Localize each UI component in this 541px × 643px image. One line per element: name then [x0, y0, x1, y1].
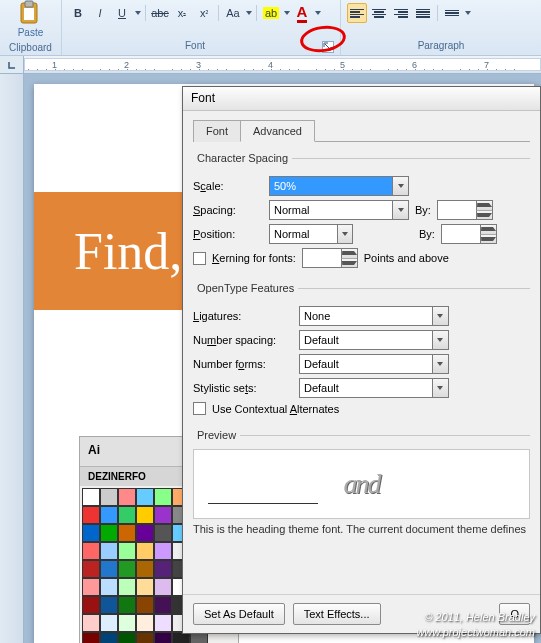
- color-swatch[interactable]: [136, 560, 154, 578]
- color-swatch[interactable]: [82, 614, 100, 632]
- spacing-input[interactable]: [270, 201, 392, 219]
- ligatures-dropdown-icon[interactable]: [432, 307, 448, 325]
- numforms-dropdown-icon[interactable]: [432, 355, 448, 373]
- tab-advanced[interactable]: Advanced: [240, 120, 315, 142]
- align-center-button[interactable]: [369, 3, 389, 23]
- color-swatch[interactable]: [136, 488, 154, 506]
- highlight-dropdown-icon[interactable]: [284, 11, 290, 15]
- spin-up-icon[interactable]: [341, 249, 357, 258]
- align-right-button[interactable]: [391, 3, 411, 23]
- color-swatch[interactable]: [136, 632, 154, 643]
- kerning-spinner[interactable]: [302, 248, 358, 268]
- color-swatch[interactable]: [82, 506, 100, 524]
- color-swatch[interactable]: [118, 542, 136, 560]
- color-swatch[interactable]: [82, 488, 100, 506]
- kerning-input[interactable]: [303, 249, 341, 267]
- numspacing-combo[interactable]: [299, 330, 449, 350]
- color-swatch[interactable]: [136, 524, 154, 542]
- line-spacing-button[interactable]: [442, 3, 462, 23]
- color-swatch[interactable]: [136, 578, 154, 596]
- underline-dropdown-icon[interactable]: [135, 11, 141, 15]
- color-swatch[interactable]: [100, 488, 118, 506]
- color-swatch[interactable]: [100, 614, 118, 632]
- set-default-button[interactable]: Set As Default: [193, 603, 285, 625]
- spin-up-icon[interactable]: [480, 225, 496, 234]
- underline-button[interactable]: U: [112, 3, 132, 23]
- numspacing-input[interactable]: [300, 331, 432, 349]
- stylistic-input[interactable]: [300, 379, 432, 397]
- font-color-button[interactable]: A: [292, 3, 312, 23]
- numforms-combo[interactable]: [299, 354, 449, 374]
- color-swatch[interactable]: [100, 560, 118, 578]
- color-swatch[interactable]: [154, 632, 172, 643]
- color-swatch[interactable]: [136, 506, 154, 524]
- paste-icon[interactable]: [15, 0, 47, 27]
- spin-down-icon[interactable]: [476, 210, 492, 220]
- color-swatch[interactable]: [82, 524, 100, 542]
- color-swatch[interactable]: [100, 632, 118, 643]
- dialog-title[interactable]: Font: [183, 87, 540, 111]
- color-swatch[interactable]: [154, 578, 172, 596]
- position-dropdown-icon[interactable]: [337, 225, 352, 243]
- spacing-by-input[interactable]: [438, 201, 476, 219]
- color-swatch[interactable]: [136, 542, 154, 560]
- color-swatch[interactable]: [82, 578, 100, 596]
- italic-button[interactable]: I: [90, 3, 110, 23]
- text-effects-button[interactable]: Text Effects...: [293, 603, 381, 625]
- ligatures-input[interactable]: [300, 307, 432, 325]
- color-swatch[interactable]: [154, 524, 172, 542]
- justify-button[interactable]: [413, 3, 433, 23]
- color-swatch[interactable]: [154, 488, 172, 506]
- font-dialog-launcher[interactable]: [322, 41, 334, 53]
- color-swatch[interactable]: [118, 578, 136, 596]
- line-spacing-dropdown-icon[interactable]: [465, 11, 471, 15]
- strikethrough-button[interactable]: abc: [150, 3, 170, 23]
- align-left-button[interactable]: [347, 3, 367, 23]
- kerning-checkbox[interactable]: [193, 252, 206, 265]
- color-swatch[interactable]: [118, 560, 136, 578]
- tab-font[interactable]: Font: [193, 120, 241, 142]
- color-swatch[interactable]: [118, 614, 136, 632]
- color-swatch[interactable]: [82, 596, 100, 614]
- color-swatch[interactable]: [154, 614, 172, 632]
- color-swatch[interactable]: [154, 506, 172, 524]
- ok-button[interactable]: O: [499, 603, 530, 625]
- spacing-by-spinner[interactable]: [437, 200, 493, 220]
- font-color-dropdown-icon[interactable]: [315, 11, 321, 15]
- color-swatch[interactable]: [100, 578, 118, 596]
- color-swatch[interactable]: [100, 596, 118, 614]
- scale-combo[interactable]: [269, 176, 409, 196]
- spacing-dropdown-icon[interactable]: [392, 201, 408, 219]
- numspacing-dropdown-icon[interactable]: [432, 331, 448, 349]
- horizontal-ruler[interactable]: 1234567: [0, 56, 541, 74]
- bold-button[interactable]: B: [68, 3, 88, 23]
- color-swatch[interactable]: [118, 524, 136, 542]
- ligatures-combo[interactable]: [299, 306, 449, 326]
- color-swatch[interactable]: [100, 542, 118, 560]
- contextual-checkbox[interactable]: [193, 402, 206, 415]
- color-swatch[interactable]: [118, 506, 136, 524]
- position-by-input[interactable]: [442, 225, 480, 243]
- change-case-button[interactable]: Aa: [223, 3, 243, 23]
- position-combo[interactable]: [269, 224, 353, 244]
- numforms-input[interactable]: [300, 355, 432, 373]
- vertical-ruler[interactable]: [0, 74, 24, 643]
- stylistic-combo[interactable]: [299, 378, 449, 398]
- scale-input[interactable]: [270, 177, 392, 195]
- color-swatch[interactable]: [118, 596, 136, 614]
- spin-up-icon[interactable]: [476, 201, 492, 210]
- color-swatch[interactable]: [154, 560, 172, 578]
- color-swatch[interactable]: [136, 614, 154, 632]
- spin-down-icon[interactable]: [480, 234, 496, 244]
- highlight-button[interactable]: ab: [261, 3, 281, 23]
- spin-down-icon[interactable]: [341, 258, 357, 268]
- color-swatch[interactable]: [82, 560, 100, 578]
- position-by-spinner[interactable]: [441, 224, 497, 244]
- color-swatch[interactable]: [154, 596, 172, 614]
- color-swatch[interactable]: [82, 542, 100, 560]
- scale-dropdown-icon[interactable]: [392, 177, 408, 195]
- tab-selector[interactable]: [0, 56, 24, 73]
- color-swatch[interactable]: [118, 488, 136, 506]
- color-swatch[interactable]: [136, 596, 154, 614]
- position-input[interactable]: [270, 225, 337, 243]
